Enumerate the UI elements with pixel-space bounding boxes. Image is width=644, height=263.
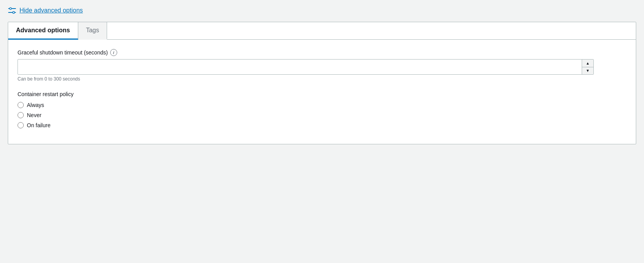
radio-on-failure[interactable] (18, 122, 24, 128)
svg-point-1 (10, 8, 12, 10)
tab-advanced-options[interactable]: Advanced options (8, 22, 78, 40)
radio-on-failure-label: On failure (27, 122, 51, 128)
tab-content-advanced-options: Graceful shutdown timeout (seconds) i ▲ … (8, 40, 636, 144)
spinner-down-button[interactable]: ▼ (582, 67, 593, 75)
tabs-container: Advanced options Tags Graceful shutdown … (8, 22, 636, 144)
svg-point-3 (13, 12, 15, 14)
radio-always[interactable] (18, 102, 24, 108)
radio-always-label: Always (27, 102, 44, 108)
radio-option-on-failure[interactable]: On failure (18, 122, 626, 128)
hide-advanced-link[interactable]: Hide advanced options (8, 6, 83, 15)
restart-policy-field: Container restart policy Always Never On… (18, 91, 626, 128)
tab-tags[interactable]: Tags (78, 22, 107, 40)
graceful-shutdown-field: Graceful shutdown timeout (seconds) i ▲ … (18, 49, 626, 82)
restart-policy-radio-group: Always Never On failure (18, 102, 626, 128)
graceful-shutdown-label-row: Graceful shutdown timeout (seconds) i (18, 49, 626, 56)
graceful-shutdown-label: Graceful shutdown timeout (seconds) (18, 49, 108, 56)
spinner-buttons: ▲ ▼ (582, 60, 593, 74)
number-input-wrapper: ▲ ▼ (18, 59, 594, 75)
radio-option-never[interactable]: Never (18, 112, 626, 118)
info-icon[interactable]: i (110, 49, 117, 56)
radio-never[interactable] (18, 112, 24, 118)
tab-tags-label: Tags (86, 27, 99, 33)
graceful-shutdown-input[interactable] (18, 59, 594, 75)
restart-policy-label: Container restart policy (18, 91, 626, 97)
radio-option-always[interactable]: Always (18, 102, 626, 108)
settings-sliders-icon (8, 6, 16, 15)
graceful-shutdown-hint: Can be from 0 to 300 seconds (18, 76, 626, 82)
spinner-up-button[interactable]: ▲ (582, 60, 593, 67)
hide-advanced-label: Hide advanced options (19, 7, 83, 14)
tabs-header: Advanced options Tags (8, 22, 636, 40)
radio-never-label: Never (27, 112, 41, 118)
tab-advanced-options-label: Advanced options (16, 27, 70, 33)
